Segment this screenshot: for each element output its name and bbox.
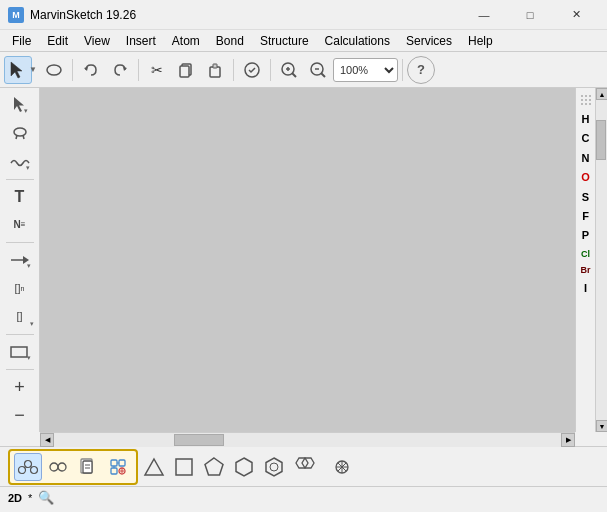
clean-button[interactable] <box>238 56 266 84</box>
organometal-button[interactable] <box>328 453 356 481</box>
element-F[interactable]: F <box>576 207 595 226</box>
menu-item-calculations[interactable]: Calculations <box>317 32 398 50</box>
lasso-lt-button[interactable] <box>4 120 36 146</box>
svg-marker-55 <box>145 459 163 475</box>
sgroup-lt-button[interactable]: [] ▾ <box>4 303 36 329</box>
element-P[interactable]: P <box>576 226 595 245</box>
menu-bar: FileEditViewInsertAtomBondStructureCalcu… <box>0 30 607 52</box>
mode-label: 2D <box>8 492 22 504</box>
scroll-right-arrow[interactable]: ▶ <box>561 433 575 447</box>
cut-button[interactable]: ✂ <box>143 56 171 84</box>
element-C[interactable]: C <box>576 129 595 148</box>
select-arrow: ▼ <box>29 65 37 74</box>
menu-item-bond[interactable]: Bond <box>208 32 252 50</box>
svg-point-32 <box>589 99 591 101</box>
text-lt-button[interactable]: T <box>4 184 36 210</box>
minimize-button[interactable]: — <box>461 0 507 30</box>
menu-item-edit[interactable]: Edit <box>39 32 76 50</box>
plus-lt-button[interactable]: + <box>4 374 36 400</box>
menu-item-help[interactable]: Help <box>460 32 501 50</box>
organic-bond-button[interactable] <box>14 453 42 481</box>
minus-lt-button[interactable]: − <box>4 402 36 428</box>
select-lt-button[interactable]: ▾ <box>4 92 36 118</box>
zoom-out-button[interactable] <box>304 56 332 84</box>
close-button[interactable]: ✕ <box>553 0 599 30</box>
zoom-in-button[interactable] <box>275 56 303 84</box>
svg-text:▾: ▾ <box>27 262 31 269</box>
element-N[interactable]: N <box>576 149 595 168</box>
svg-line-19 <box>16 135 17 139</box>
svg-text:▾: ▾ <box>26 164 30 171</box>
lt-sep-3 <box>6 334 34 335</box>
menu-item-insert[interactable]: Insert <box>118 32 164 50</box>
redo-button[interactable] <box>106 56 134 84</box>
zoom-selector[interactable]: 50% 75% 100% 150% 200% <box>333 58 398 82</box>
square-button[interactable] <box>170 453 198 481</box>
right-panel-container: H C N O S F P Cl Br I ▲ ▼ <box>575 88 607 432</box>
scroll-left-arrow[interactable]: ◀ <box>40 433 54 447</box>
svg-point-30 <box>581 99 583 101</box>
menu-item-view[interactable]: View <box>76 32 118 50</box>
wave-lt-button[interactable]: ▾ <box>4 148 36 174</box>
rectangle-lt-button[interactable]: ▾ <box>4 338 36 364</box>
svg-point-29 <box>589 95 591 97</box>
paste-button[interactable] <box>201 56 229 84</box>
lt-sep-4 <box>6 369 34 370</box>
title-bar: M MarvinSketch 19.26 — □ ✕ <box>0 0 607 30</box>
template-page-button[interactable] <box>74 453 102 481</box>
svg-rect-48 <box>119 460 125 466</box>
benzene-button[interactable] <box>260 453 288 481</box>
shapes-toolbar <box>0 446 607 486</box>
menu-item-file[interactable]: File <box>4 32 39 50</box>
scroll-thumb[interactable] <box>596 120 606 160</box>
status-bar: 2D * 🔍 <box>0 486 607 508</box>
copy-button[interactable] <box>172 56 200 84</box>
svg-line-12 <box>292 73 296 77</box>
canvas-area[interactable] <box>40 88 575 432</box>
search-icon[interactable]: 🔍 <box>38 490 54 505</box>
toolbar-sep-4 <box>270 59 271 81</box>
svg-point-18 <box>14 128 26 136</box>
bottom-scrollbar: ◀ ▶ <box>40 432 575 446</box>
svg-rect-56 <box>176 459 192 475</box>
element-Br[interactable]: Br <box>576 262 595 279</box>
element-S[interactable]: S <box>576 188 595 207</box>
element-H[interactable]: H <box>576 110 595 129</box>
naphthalene-button[interactable] <box>290 453 326 481</box>
svg-rect-7 <box>213 64 217 68</box>
svg-marker-57 <box>205 458 223 475</box>
scroll-up-arrow[interactable]: ▲ <box>596 88 607 100</box>
lasso-button[interactable] <box>40 56 68 84</box>
svg-point-28 <box>585 95 587 97</box>
element-Cl[interactable]: Cl <box>576 246 595 263</box>
left-toolbar: ▾ ▾ T N≡ ▾ []n [] ▾ <box>0 88 40 432</box>
h-scroll-thumb[interactable] <box>174 434 224 446</box>
element-I[interactable]: I <box>576 279 595 298</box>
menu-item-structure[interactable]: Structure <box>252 32 317 50</box>
template-icon-button[interactable] <box>104 453 132 481</box>
pentagon-button[interactable] <box>200 453 228 481</box>
svg-point-1 <box>47 65 61 75</box>
hexagon-button[interactable] <box>230 453 258 481</box>
toolbar-sep-2 <box>138 59 139 81</box>
maximize-button[interactable]: □ <box>507 0 553 30</box>
menu-item-services[interactable]: Services <box>398 32 460 50</box>
scroll-down-arrow[interactable]: ▼ <box>596 420 607 432</box>
ring-templates-button[interactable] <box>44 453 72 481</box>
bracket-lt-button[interactable]: []n <box>4 275 36 301</box>
mode-asterisk: * <box>28 492 32 504</box>
element-O[interactable]: O <box>576 168 595 187</box>
undo-button[interactable] <box>77 56 105 84</box>
svg-point-27 <box>581 95 583 97</box>
select-tool-button[interactable] <box>4 56 32 84</box>
svg-marker-3 <box>123 67 127 71</box>
menu-item-atom[interactable]: Atom <box>164 32 208 50</box>
triangle-button[interactable] <box>140 453 168 481</box>
numbering-lt-button[interactable]: N≡ <box>4 212 36 238</box>
svg-point-34 <box>585 103 587 105</box>
help-button[interactable]: ? <box>407 56 435 84</box>
toolbar-sep-5 <box>402 59 403 81</box>
shape-group-highlight <box>8 449 138 485</box>
arrow-lt-button[interactable]: ▾ <box>4 247 36 273</box>
svg-point-31 <box>585 99 587 101</box>
